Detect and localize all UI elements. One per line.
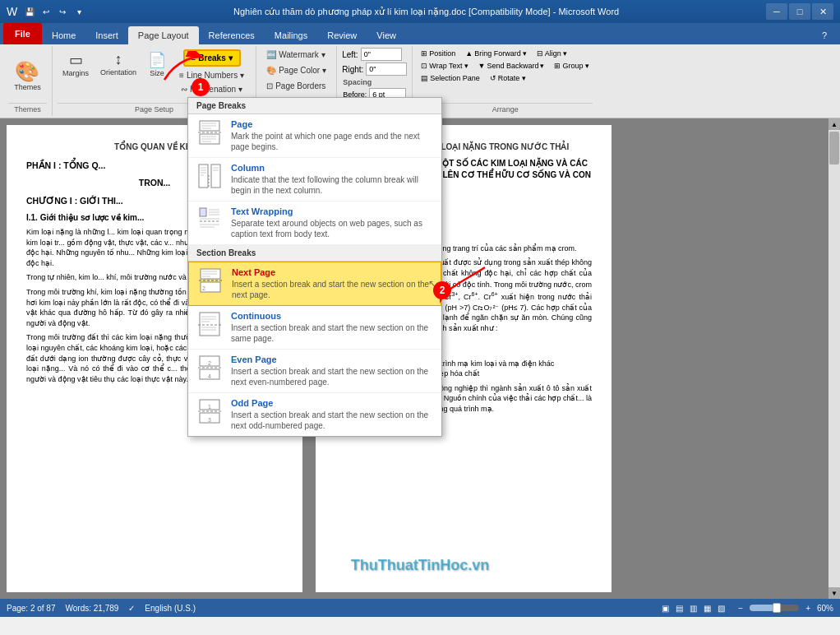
indent-right-input[interactable] xyxy=(366,63,407,76)
position-button[interactable]: ⊞ Position xyxy=(418,48,459,59)
badge-1: 1 xyxy=(192,78,210,96)
hyphenation-button[interactable]: ∾ Hyphenation ▾ xyxy=(176,82,247,96)
tab-home[interactable]: Home xyxy=(42,26,85,44)
orientation-icon: ↕ xyxy=(115,51,122,68)
svg-rect-18 xyxy=(200,208,206,216)
section-breaks-header: Section Breaks xyxy=(188,245,441,262)
page-info: Page: 2 of 87 xyxy=(7,604,56,613)
dropdown-continuous[interactable]: Continuous Insert a section break and st… xyxy=(188,306,441,350)
word-count: Words: 21,789 xyxy=(66,604,119,613)
zoom-out-button[interactable]: − xyxy=(738,604,743,613)
page-borders-button[interactable]: ⊡ Page Borders xyxy=(261,79,330,93)
tab-page-layout[interactable]: Page Layout xyxy=(128,26,199,44)
arrange-row1: ⊞ Position ▲ Bring Forward ▾ ⊟ Align ▾ xyxy=(418,48,570,59)
group-button[interactable]: ⊞ Group ▾ xyxy=(551,60,593,72)
margins-icon: ▭ xyxy=(69,51,83,69)
word-logo-icon: W xyxy=(7,5,17,18)
column-break-text: Column Indicate that the text following … xyxy=(231,163,433,196)
tab-mailings[interactable]: Mailings xyxy=(265,26,317,44)
dropdown-column-break[interactable]: Column Indicate that the text following … xyxy=(188,158,441,202)
svg-text:1: 1 xyxy=(208,404,211,410)
scroll-up-button[interactable]: ▲ xyxy=(828,118,840,130)
svg-text:4: 4 xyxy=(208,373,211,379)
themes-group: 🎨 Themes Themes xyxy=(3,46,53,116)
send-backward-icon: ▼ xyxy=(478,62,486,70)
indent-left-input[interactable] xyxy=(361,48,402,61)
view-print-icon[interactable]: ▣ xyxy=(662,604,669,613)
breaks-dropdown-arrow: ▾ xyxy=(228,53,233,63)
bring-forward-button[interactable]: ▲ Bring Forward ▾ xyxy=(462,48,529,59)
title-bar-left: W 💾 ↩ ↪ ▾ xyxy=(7,4,86,19)
dropdown-page-break[interactable]: Page Mark the point at which one page en… xyxy=(188,114,441,158)
close-button[interactable]: ✕ xyxy=(812,3,833,20)
page-break-icon xyxy=(196,119,223,146)
customize-icon[interactable]: ▾ xyxy=(72,4,86,19)
tab-view[interactable]: View xyxy=(367,26,406,44)
watermark-button[interactable]: 🔤 Watermark ▾ xyxy=(261,48,330,62)
quick-access-toolbar: W 💾 ↩ ↪ ▾ xyxy=(7,4,86,19)
status-bar: Page: 2 of 87 Words: 21,789 ✓ English (U… xyxy=(0,599,840,617)
page-color-button[interactable]: 🎨 Page Color ▾ xyxy=(261,63,331,77)
dropdown-next-page[interactable]: 2 Next Page Insert a section break and s… xyxy=(188,262,441,306)
tab-references[interactable]: References xyxy=(199,26,265,44)
text-wrapping-text: Text Wrapping Separate text around objec… xyxy=(231,206,433,239)
themes-group-label: Themes xyxy=(8,103,47,114)
badge-2: 2 xyxy=(433,281,451,299)
rotate-icon: ↺ xyxy=(490,74,496,82)
status-right: ▣ ▤ ▥ ▦ ▧ − + 60% xyxy=(662,604,833,613)
even-page-text: Even Page Insert a section break and sta… xyxy=(231,355,433,387)
themes-icon: 🎨 xyxy=(15,60,39,83)
continuous-icon xyxy=(196,311,223,337)
themes-button[interactable]: 🎨 Themes xyxy=(9,57,46,95)
tab-file[interactable]: File xyxy=(3,23,42,44)
orientation-button[interactable]: ↕ Orientation xyxy=(95,48,141,80)
dropdown-text-wrapping[interactable]: Text Wrapping Separate text around objec… xyxy=(188,202,441,245)
arrange-row2: ⊡ Wrap Text ▾ ▼ Send Backward ▾ ⊞ Group … xyxy=(418,60,593,72)
position-icon: ⊞ xyxy=(421,49,427,58)
wrap-text-button[interactable]: ⊡ Wrap Text ▾ xyxy=(418,60,471,72)
rotate-button[interactable]: ↺ Rotate ▾ xyxy=(487,72,529,84)
tab-insert[interactable]: Insert xyxy=(85,26,128,44)
svg-text:2: 2 xyxy=(202,285,205,291)
dropdown-odd-page[interactable]: 1 3 Odd Page Insert a section break and … xyxy=(188,393,441,436)
group-icon: ⊞ xyxy=(554,62,561,70)
margins-button[interactable]: ▭ Margins xyxy=(58,48,94,81)
continuous-text: Continuous Insert a section break and st… xyxy=(231,311,433,344)
view-draft-icon[interactable]: ▧ xyxy=(718,604,725,613)
redo-icon[interactable]: ↪ xyxy=(55,4,70,19)
zoom-thumb[interactable] xyxy=(773,603,781,613)
watermark-icon: 🔤 xyxy=(266,50,276,59)
scroll-thumb[interactable] xyxy=(829,132,839,165)
arrange-content: ⊞ Position ▲ Bring Forward ▾ ⊟ Align ▾ ⊡… xyxy=(418,48,593,103)
watermark-overlay: ThuThuatTinHoc.vn xyxy=(351,557,490,574)
send-backward-button[interactable]: ▼ Send Backward ▾ xyxy=(475,60,548,72)
zoom-track xyxy=(750,605,774,611)
undo-icon[interactable]: ↩ xyxy=(39,4,53,19)
view-web-icon[interactable]: ▥ xyxy=(690,604,697,613)
save-icon[interactable]: 💾 xyxy=(22,4,37,19)
tab-review[interactable]: Review xyxy=(317,26,367,44)
selection-pane-icon: ▤ xyxy=(421,74,428,82)
scroll-track xyxy=(828,130,840,587)
zoom-slider[interactable] xyxy=(750,605,799,611)
view-outline-icon[interactable]: ▦ xyxy=(704,604,711,613)
view-fullscreen-icon[interactable]: ▤ xyxy=(676,604,683,613)
maximize-button[interactable]: □ xyxy=(789,3,810,20)
breaks-dropdown-menu: Page Breaks Page Mark the point at which… xyxy=(187,97,442,437)
minimize-button[interactable]: ─ xyxy=(766,3,787,20)
tab-help[interactable]: ? xyxy=(812,26,837,44)
next-page-text: Next Page Insert a section break and sta… xyxy=(232,267,432,300)
svg-text:3: 3 xyxy=(208,417,211,423)
dropdown-even-page[interactable]: 2 4 Even Page Insert a section break and… xyxy=(188,350,441,393)
page-setup-content: ▭ Margins ↕ Orientation 📄 Size ≡ Breaks … xyxy=(58,48,251,103)
zoom-in-button[interactable]: + xyxy=(805,604,810,613)
align-button[interactable]: ⊟ Align ▾ xyxy=(533,48,571,59)
indent-left-row: Left: xyxy=(342,48,407,61)
ribbon-tabs: File Home Insert Page Layout References … xyxy=(0,23,840,44)
page-breaks-header: Page Breaks xyxy=(188,98,441,114)
scroll-down-button[interactable]: ▼ xyxy=(828,587,840,599)
vertical-scrollbar[interactable]: ▲ ▼ xyxy=(828,118,840,599)
svg-text:2: 2 xyxy=(208,360,211,366)
indent-group: Left: Right: xyxy=(342,48,407,76)
selection-pane-button[interactable]: ▤ Selection Pane xyxy=(418,72,483,84)
